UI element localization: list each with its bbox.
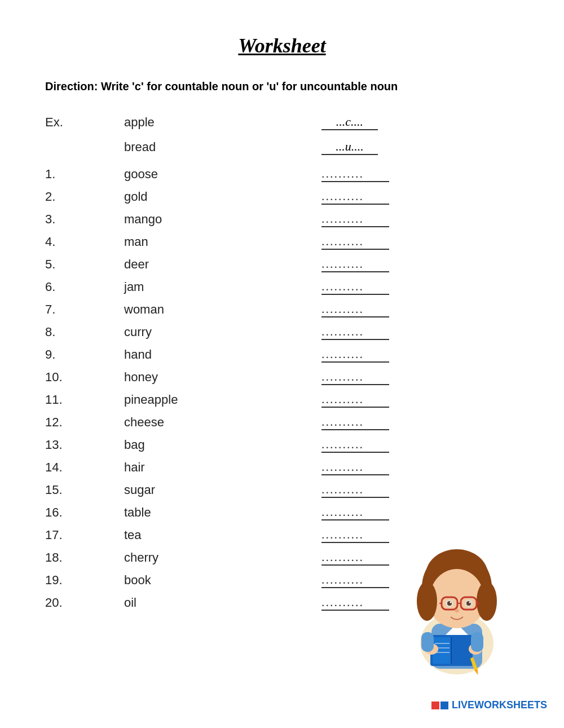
item-number: 4. bbox=[45, 231, 124, 253]
item-word: woman bbox=[124, 298, 321, 321]
item-word: tea bbox=[124, 524, 321, 546]
list-item: 1.goose.......... bbox=[45, 163, 519, 186]
item-word: cheese bbox=[124, 411, 321, 434]
svg-point-7 bbox=[417, 581, 437, 621]
item-word: goose bbox=[124, 163, 321, 186]
item-word: mango bbox=[124, 208, 321, 231]
answer-field[interactable]: .......... bbox=[321, 208, 519, 231]
answer-field[interactable]: .......... bbox=[321, 411, 519, 434]
item-word: man bbox=[124, 231, 321, 253]
list-item: 4.man.......... bbox=[45, 231, 519, 253]
item-word: oil bbox=[124, 592, 321, 614]
svg-point-20 bbox=[455, 609, 459, 612]
logo-block-red bbox=[431, 701, 439, 709]
answer-field[interactable]: .......... bbox=[321, 298, 519, 321]
item-number: 9. bbox=[45, 343, 124, 366]
item-number: 16. bbox=[45, 501, 124, 524]
answer-field[interactable]: .......... bbox=[321, 434, 519, 456]
item-word: pineapple bbox=[124, 389, 321, 411]
item-number: 18. bbox=[45, 546, 124, 569]
item-number: 7. bbox=[45, 298, 124, 321]
svg-rect-30 bbox=[421, 632, 434, 652]
answer-field[interactable]: .......... bbox=[321, 479, 519, 501]
example-label: Ex. bbox=[45, 110, 124, 135]
list-item: 10.honey.......... bbox=[45, 366, 519, 389]
answer-field[interactable]: .......... bbox=[321, 231, 519, 253]
item-word: honey bbox=[124, 366, 321, 389]
answer-field[interactable]: .......... bbox=[321, 186, 519, 208]
example-row: Ex.apple...c.... bbox=[45, 110, 519, 135]
item-word: hand bbox=[124, 343, 321, 366]
example-row: bread...u.... bbox=[45, 135, 519, 160]
item-word: deer bbox=[124, 253, 321, 276]
item-number: 19. bbox=[45, 569, 124, 592]
example-label bbox=[45, 135, 124, 160]
item-number: 1. bbox=[45, 163, 124, 186]
list-item: 13.bag.......... bbox=[45, 434, 519, 456]
list-item: 5.deer.......... bbox=[45, 253, 519, 276]
logo-icon bbox=[431, 701, 448, 709]
svg-point-19 bbox=[469, 602, 471, 603]
direction-text: Direction: Write 'c' for countable noun … bbox=[45, 80, 519, 93]
answer-field[interactable]: .......... bbox=[321, 456, 519, 479]
item-number: 13. bbox=[45, 434, 124, 456]
answer-field[interactable]: .......... bbox=[321, 343, 519, 366]
list-item: 9.hand.......... bbox=[45, 343, 519, 366]
svg-point-8 bbox=[477, 581, 497, 621]
item-number: 5. bbox=[45, 253, 124, 276]
item-word: table bbox=[124, 501, 321, 524]
item-number: 15. bbox=[45, 479, 124, 501]
item-number: 6. bbox=[45, 276, 124, 298]
logo-area: LIVEWORKSHEETS bbox=[431, 699, 547, 711]
list-item: 12.cheese.......... bbox=[45, 411, 519, 434]
item-word: curry bbox=[124, 321, 321, 343]
svg-rect-23 bbox=[453, 637, 470, 664]
item-word: book bbox=[124, 569, 321, 592]
example-word: apple bbox=[124, 110, 321, 135]
page-title: Worksheet bbox=[45, 34, 519, 58]
item-number: 12. bbox=[45, 411, 124, 434]
logo-block-blue bbox=[440, 701, 448, 709]
girl-illustration bbox=[381, 514, 533, 683]
answer-field[interactable]: .......... bbox=[321, 163, 519, 186]
list-item: 3.mango.......... bbox=[45, 208, 519, 231]
svg-point-18 bbox=[450, 602, 452, 603]
svg-rect-31 bbox=[471, 632, 483, 652]
item-word: cherry bbox=[124, 546, 321, 569]
item-number: 3. bbox=[45, 208, 124, 231]
item-number: 17. bbox=[45, 524, 124, 546]
item-word: gold bbox=[124, 186, 321, 208]
item-word: bag bbox=[124, 434, 321, 456]
example-answer: ...u.... bbox=[321, 135, 519, 160]
item-number: 2. bbox=[45, 186, 124, 208]
list-item: 11.pineapple.......... bbox=[45, 389, 519, 411]
svg-marker-33 bbox=[474, 669, 479, 676]
list-item: 6.jam.......... bbox=[45, 276, 519, 298]
logo-text: LIVEWORKSHEETS bbox=[452, 699, 547, 711]
item-number: 11. bbox=[45, 389, 124, 411]
item-word: jam bbox=[124, 276, 321, 298]
item-number: 14. bbox=[45, 456, 124, 479]
list-item: 7.woman.......... bbox=[45, 298, 519, 321]
item-number: 8. bbox=[45, 321, 124, 343]
list-item: 2.gold.......... bbox=[45, 186, 519, 208]
item-number: 10. bbox=[45, 366, 124, 389]
item-word: sugar bbox=[124, 479, 321, 501]
list-item: 14.hair.......... bbox=[45, 456, 519, 479]
list-item: 15.sugar.......... bbox=[45, 479, 519, 501]
answer-field[interactable]: .......... bbox=[321, 321, 519, 343]
item-word: hair bbox=[124, 456, 321, 479]
answer-field[interactable]: .......... bbox=[321, 253, 519, 276]
item-number: 20. bbox=[45, 592, 124, 614]
answer-field[interactable]: .......... bbox=[321, 366, 519, 389]
example-answer: ...c.... bbox=[321, 110, 519, 135]
answer-field[interactable]: .......... bbox=[321, 389, 519, 411]
list-item: 8.curry.......... bbox=[45, 321, 519, 343]
answer-field[interactable]: .......... bbox=[321, 276, 519, 298]
example-word: bread bbox=[124, 135, 321, 160]
